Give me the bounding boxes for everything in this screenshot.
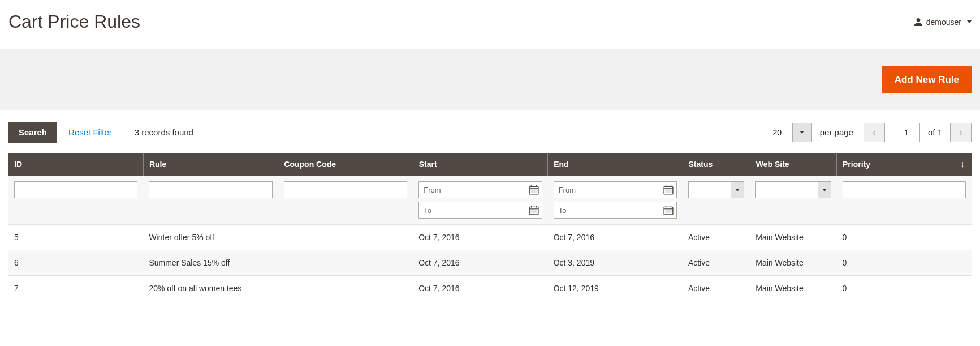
filter-end-from-input[interactable]	[554, 181, 677, 198]
cell-id: 6	[8, 250, 143, 276]
chevron-left-icon: ‹	[873, 127, 875, 138]
cell-coupon	[278, 225, 413, 250]
cell-start: Oct 7, 2016	[413, 225, 547, 250]
col-header-id[interactable]: ID	[8, 153, 143, 176]
per-page-dropdown[interactable]	[793, 123, 812, 142]
cell-coupon	[278, 276, 413, 301]
header-bar: Cart Price Rules demouser	[0, 0, 980, 49]
pager-prev-button[interactable]: ‹	[864, 123, 885, 142]
col-header-priority[interactable]: Priority ↓	[837, 153, 972, 176]
cell-end: Oct 7, 2016	[548, 225, 683, 250]
per-page-label: per page	[820, 127, 853, 137]
cell-priority: 0	[837, 276, 972, 301]
table-row[interactable]: 6 Summer Sales 15% off Oct 7, 2016 Oct 3…	[8, 250, 972, 276]
search-button[interactable]: Search	[8, 122, 57, 143]
filter-row	[8, 176, 972, 225]
cell-rule: Summer Sales 15% off	[143, 250, 278, 276]
cell-id: 5	[8, 225, 143, 250]
cell-status: Active	[683, 276, 750, 301]
cell-website: Main Website	[750, 225, 836, 250]
col-header-website[interactable]: Web Site	[750, 153, 836, 176]
col-header-status[interactable]: Status	[683, 153, 750, 176]
cell-priority: 0	[837, 225, 972, 250]
cell-end: Oct 12, 2019	[548, 276, 683, 301]
sort-descending-icon: ↓	[960, 159, 965, 169]
rules-grid: ID Rule Coupon Code Start End Status Web…	[8, 153, 972, 301]
per-page-group: per page	[762, 123, 853, 142]
cell-status: Active	[683, 225, 750, 250]
col-header-start[interactable]: Start	[413, 153, 547, 176]
col-header-end[interactable]: End	[548, 153, 683, 176]
cell-website: Main Website	[750, 276, 836, 301]
user-icon	[914, 18, 923, 27]
add-new-rule-button[interactable]: Add New Rule	[882, 66, 972, 93]
table-row[interactable]: 7 20% off on all women tees Oct 7, 2016 …	[8, 276, 972, 301]
grid-toolbar: Search Reset Filter 3 records found per …	[0, 110, 980, 153]
filter-coupon-input[interactable]	[284, 181, 407, 198]
filter-status-select[interactable]	[688, 181, 744, 198]
reset-filter-link[interactable]: Reset Filter	[68, 127, 112, 137]
header-row: ID Rule Coupon Code Start End Status Web…	[8, 153, 972, 176]
filter-id-input[interactable]	[14, 181, 137, 198]
caret-down-icon	[967, 20, 972, 23]
cell-rule: 20% off on all women tees	[143, 276, 278, 301]
caret-down-icon	[800, 131, 804, 134]
cell-id: 7	[8, 276, 143, 301]
cell-end: Oct 3, 2019	[548, 250, 683, 276]
filter-start-from-input[interactable]	[418, 181, 542, 198]
filter-end-to-input[interactable]	[554, 202, 677, 219]
pager-of-label: of 1	[928, 127, 942, 137]
filter-website-select[interactable]	[755, 181, 831, 198]
cell-rule: Winter offer 5% off	[143, 225, 278, 250]
cell-start: Oct 7, 2016	[413, 276, 547, 301]
cell-website: Main Website	[750, 250, 836, 276]
filter-start-to-input[interactable]	[418, 202, 542, 219]
records-found-label: 3 records found	[135, 127, 193, 137]
pager: ‹ of 1 ›	[864, 123, 972, 142]
cell-start: Oct 7, 2016	[413, 250, 547, 276]
pager-page-input[interactable]	[893, 123, 920, 142]
per-page-input[interactable]	[762, 123, 793, 142]
col-header-rule[interactable]: Rule	[143, 153, 278, 176]
filter-priority-input[interactable]	[843, 181, 966, 198]
pager-next-button[interactable]: ›	[950, 123, 972, 142]
page-title: Cart Price Rules	[8, 11, 140, 32]
col-header-coupon[interactable]: Coupon Code	[278, 153, 413, 176]
chevron-right-icon: ›	[959, 127, 962, 138]
table-row[interactable]: 5 Winter offer 5% off Oct 7, 2016 Oct 7,…	[8, 225, 972, 250]
cell-status: Active	[683, 250, 750, 276]
cell-coupon	[278, 250, 413, 276]
filter-rule-input[interactable]	[149, 181, 272, 198]
action-panel: Add New Rule	[0, 49, 980, 110]
user-name: demouser	[926, 18, 961, 27]
user-menu[interactable]: demouser	[914, 18, 972, 27]
cell-priority: 0	[837, 250, 972, 276]
